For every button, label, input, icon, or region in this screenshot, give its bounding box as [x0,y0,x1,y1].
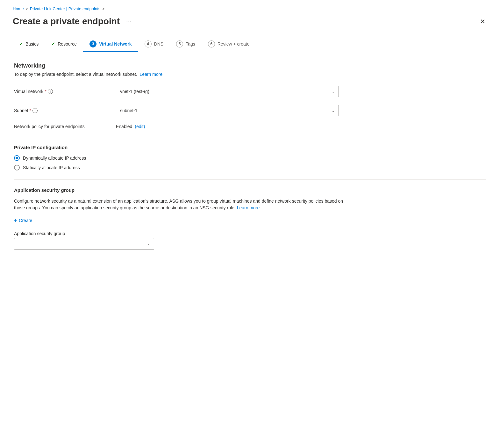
tab-number-dns: 4 [145,40,152,47]
subnet-row: Subnet * i subnet-1 ⌄ [14,105,486,116]
ip-config-radio-group: Dynamically allocate IP address Statical… [14,155,486,170]
networking-learn-more[interactable]: Learn more [140,72,163,77]
breadcrumb-sep-2: > [102,7,104,11]
subnet-select[interactable]: subnet-1 ⌄ [116,105,339,116]
virtual-network-required: * [45,89,46,94]
radio-dynamic-label: Dynamically allocate IP address [23,155,86,161]
virtual-network-select[interactable]: vnet-1 (test-rg) ⌄ [116,86,339,97]
create-plus-icon: + [14,218,17,223]
subnet-control: subnet-1 ⌄ [116,105,339,116]
radio-dynamic-dot [16,157,18,159]
asg-section: Application security group Configure net… [14,187,486,249]
network-policy-row: Network policy for private endpoints Ena… [14,124,486,129]
tab-dns[interactable]: 4 DNS [138,37,170,52]
tab-check-resource: ✓ [51,41,55,47]
divider-2 [14,179,486,180]
network-policy-control: Enabled (edit) [116,124,339,129]
asg-create-label: Create [19,218,32,223]
tab-review-create[interactable]: 6 Review + create [202,37,256,52]
tab-tags[interactable]: 5 Tags [170,37,202,52]
asg-field-label: Application security group [14,231,486,236]
networking-description: To deploy the private endpoint, select a… [14,72,486,77]
subnet-label: Subnet * i [14,108,116,113]
network-policy-edit[interactable]: (edit) [135,124,145,129]
tab-label-vnet: Virtual Network [99,41,132,47]
private-ip-section: Private IP configuration Dynamically all… [14,145,486,170]
virtual-network-label: Virtual network * i [14,89,116,94]
subnet-required: * [29,108,31,113]
close-button[interactable]: ✕ [478,16,487,26]
tabs-row: ✓ Basics ✓ Resource 3 Virtual Network 4 … [13,37,487,52]
virtual-network-control: vnet-1 (test-rg) ⌄ [116,86,339,97]
radio-static-circle [14,165,20,170]
tab-resource[interactable]: ✓ Resource [45,38,83,51]
subnet-chevron: ⌄ [332,108,335,113]
page-title: Create a private endpoint [13,16,120,26]
tab-number-tags: 5 [176,40,183,47]
virtual-network-info-icon[interactable]: i [48,89,53,94]
networking-section-title: Networking [14,62,486,69]
breadcrumb-home[interactable]: Home [13,6,24,11]
network-policy-value: Enabled (edit) [116,124,339,129]
radio-static[interactable]: Statically allocate IP address [14,165,486,170]
breadcrumb: Home > Private Link Center | Private end… [13,6,487,11]
tab-label-tags: Tags [186,41,195,47]
radio-dynamic[interactable]: Dynamically allocate IP address [14,155,486,161]
tab-label-review: Review + create [218,41,250,47]
asg-select[interactable]: ⌄ [14,238,154,249]
subnet-value: subnet-1 [120,108,137,113]
tab-label-basics: Basics [25,41,39,47]
asg-learn-more[interactable]: Learn more [237,205,260,210]
radio-static-label: Statically allocate IP address [23,165,80,170]
tab-label-resource: Resource [58,41,77,47]
virtual-network-row: Virtual network * i vnet-1 (test-rg) ⌄ [14,86,486,97]
more-options-button[interactable]: ··· [124,17,134,26]
subnet-info-icon[interactable]: i [32,108,38,113]
tab-number-review: 6 [208,40,215,47]
main-content: Networking To deploy the private endpoin… [13,62,487,249]
tab-label-dns: DNS [154,41,164,47]
asg-select-chevron: ⌄ [147,242,150,246]
asg-create-button[interactable]: + Create [14,218,32,223]
virtual-network-value: vnet-1 (test-rg) [120,89,149,94]
virtual-network-chevron: ⌄ [332,89,335,94]
tab-check-basics: ✓ [19,41,23,47]
divider-1 [14,137,486,137]
breadcrumb-private-link[interactable]: Private Link Center | Private endpoints [30,6,101,11]
asg-field-group: Application security group ⌄ [14,231,486,249]
page-header: Create a private endpoint ··· ✕ [13,16,487,26]
radio-dynamic-circle [14,155,20,161]
tab-number-vnet: 3 [89,40,96,47]
network-policy-label: Network policy for private endpoints [14,124,116,129]
asg-description: Configure network security as a natural … [14,198,352,211]
tab-basics[interactable]: ✓ Basics [13,38,45,51]
tab-virtual-network[interactable]: 3 Virtual Network [83,37,138,52]
asg-section-title: Application security group [14,187,486,193]
breadcrumb-sep-1: > [26,7,28,11]
private-ip-title: Private IP configuration [14,145,486,150]
